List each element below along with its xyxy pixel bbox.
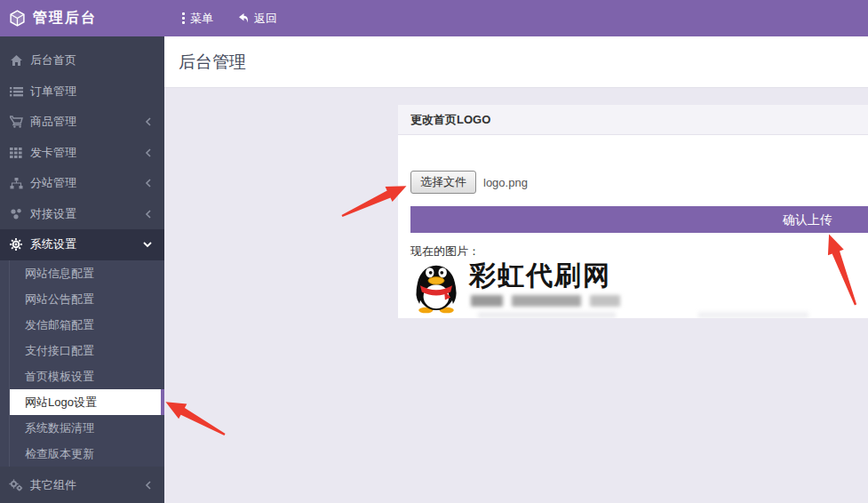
back-arrow-icon (236, 12, 249, 24)
confirm-upload-button[interactable]: 确认上传 (410, 206, 868, 233)
sidebar-item-label: 发卡管理 (30, 145, 145, 161)
links-icon (7, 208, 25, 220)
menu-label: 菜单 (190, 11, 213, 27)
arrow-to-logo-menu-item (162, 395, 229, 442)
cogs-icon (7, 479, 25, 491)
sidebar-item-label: 后台首页 (30, 52, 152, 68)
chevron-left-icon (145, 148, 152, 157)
sidebar-item-label: 分站管理 (30, 175, 145, 191)
current-image-label: 现在的图片： (410, 244, 480, 259)
selected-file-name: logo.png (483, 176, 528, 189)
logo-settings-panel: 更改首页LOGO 选择文件 logo.png 确认上传 现在的图片： 彩虹代刷网 (398, 105, 868, 318)
chevron-left-icon (145, 179, 152, 188)
app-title: 管理后台 (33, 9, 97, 28)
back-label: 返回 (254, 11, 277, 27)
sidebar-item-label: 其它组件 (30, 477, 145, 493)
cube-logo-icon (9, 10, 26, 27)
sidebar-item-home[interactable]: 后台首页 (0, 45, 164, 76)
submenu-item-site-notice[interactable]: 网站公告配置 (0, 286, 164, 312)
sidebar-item-label: 系统设置 (30, 236, 143, 252)
submenu-item-logo-config[interactable]: 网站Logo设置 (10, 389, 164, 415)
sidebar-item-label: 对接设置 (30, 206, 145, 222)
chevron-left-icon (145, 481, 152, 490)
panel-title: 更改首页LOGO (398, 105, 868, 135)
sidebar-item-label: 订单管理 (30, 84, 152, 100)
file-input-row: 选择文件 logo.png (410, 171, 528, 194)
submenu-item-mail-config[interactable]: 发信邮箱配置 (0, 312, 164, 338)
sidebar-item-label: 商品管理 (30, 114, 145, 130)
logo-site-name: 彩虹代刷网 (469, 260, 620, 290)
grid-icon (7, 148, 25, 158)
sidebar-item-products[interactable]: 商品管理 (0, 107, 164, 138)
chevron-left-icon (145, 210, 152, 219)
list-icon (7, 86, 25, 97)
sidebar-item-integration[interactable]: 对接设置 (0, 199, 164, 230)
chevron-left-icon (145, 117, 152, 126)
sidebar-item-orders[interactable]: 订单管理 (0, 76, 164, 108)
sidebar-item-substations[interactable]: 分站管理 (0, 168, 164, 199)
home-icon (7, 54, 25, 67)
blurred-logo-subtitle (471, 295, 620, 307)
sidebar-item-cards[interactable]: 发卡管理 (0, 138, 164, 169)
blurred-strip (478, 312, 868, 318)
chevron-down-icon (143, 241, 152, 248)
gear-icon (7, 238, 25, 251)
submenu-item-site-info[interactable]: 网站信息配置 (0, 260, 164, 286)
submenu-item-payment-config[interactable]: 支付接口配置 (0, 338, 164, 363)
cart-icon (7, 116, 25, 128)
topbar: 管理后台 菜单 返回 (0, 0, 868, 36)
content-header: 后台管理 (164, 36, 868, 88)
current-logo-image: 彩虹代刷网 (412, 260, 620, 314)
choose-file-button[interactable]: 选择文件 (410, 171, 476, 194)
system-settings-submenu: 网站信息配置 网站公告配置 发信邮箱配置 支付接口配置 首页模板设置 网站Log… (0, 260, 164, 467)
sidebar: 后台首页 订单管理 商品管理 发卡管理 分站管理 (0, 36, 164, 503)
confirm-upload-label: 确认上传 (783, 206, 868, 233)
sidebar-item-other-components[interactable]: 其它组件 (0, 470, 164, 501)
submenu-item-data-cleanup[interactable]: 系统数据清理 (0, 415, 164, 441)
back-button[interactable]: 返回 (231, 0, 283, 36)
page-title: 后台管理 (179, 51, 246, 74)
brand[interactable]: 管理后台 (0, 0, 164, 36)
submenu-item-template-config[interactable]: 首页模板设置 (0, 363, 164, 389)
qq-penguin-icon (412, 260, 460, 314)
sidebar-item-system-settings[interactable]: 系统设置 (0, 229, 164, 260)
submenu-item-version-check[interactable]: 检查版本更新 (0, 441, 164, 467)
sitemap-icon (7, 178, 25, 189)
menu-button[interactable]: 菜单 (177, 0, 219, 36)
vertical-dots-icon (182, 12, 185, 24)
